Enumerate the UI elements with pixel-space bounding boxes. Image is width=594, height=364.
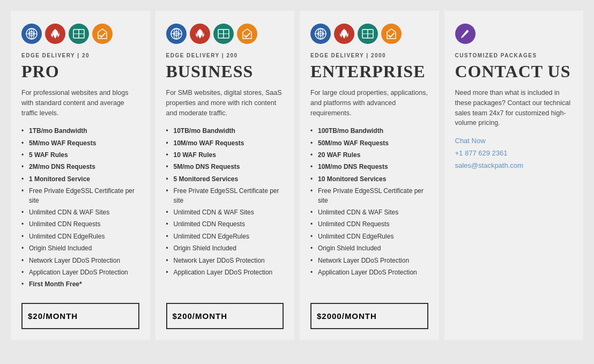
edge-label: EDGE DELIVERY | 200 bbox=[166, 53, 284, 58]
feature-item: 5 Monitored Services bbox=[166, 175, 284, 184]
plan-name: ENTERPRISE bbox=[310, 62, 428, 81]
feature-item: 5M/mo WAF Requests bbox=[21, 139, 139, 148]
feature-item: 10 Monitored Services bbox=[310, 175, 428, 184]
card-icons bbox=[21, 24, 139, 44]
contact-description: Need more than what is included in these… bbox=[455, 88, 573, 128]
blue-icon bbox=[310, 24, 331, 44]
feature-item: Unlimited CDN Requests bbox=[21, 220, 139, 229]
edge-label: EDGE DELIVERY | 20 bbox=[21, 53, 139, 58]
feature-item: 1 Monitored Service bbox=[21, 175, 139, 184]
feature-item: 2M/mo DNS Requests bbox=[21, 162, 139, 172]
feature-item: Unlimited CDN EdgeRules bbox=[21, 232, 139, 241]
card-icons bbox=[455, 24, 573, 44]
contact-info: Need more than what is included in these… bbox=[455, 88, 573, 318]
orange-icon bbox=[237, 24, 257, 44]
feature-item: Network Layer DDoS Protection bbox=[310, 256, 428, 265]
edge-label: EDGE DELIVERY | 2000 bbox=[310, 53, 428, 58]
card-contact: CUSTOMIZED PACKAGESCONTACT US Need more … bbox=[444, 11, 584, 340]
price-button[interactable]: $20/MONTH bbox=[21, 303, 139, 329]
feature-item: Application Layer DDoS Protection bbox=[310, 268, 428, 277]
orange-icon bbox=[92, 24, 113, 44]
email-link[interactable]: sales@stackpath.com bbox=[455, 161, 573, 169]
plan-name: PRO bbox=[21, 62, 139, 81]
blue-icon bbox=[166, 24, 187, 44]
card-icons bbox=[166, 24, 284, 44]
feature-item: 1TB/mo Bandwidth bbox=[21, 127, 139, 136]
plan-description: For large cloud properties, applications… bbox=[310, 88, 428, 118]
card-business: EDGE DELIVERY | 200BUSINESSFor SMB websi… bbox=[155, 11, 295, 340]
plan-name: CONTACT US bbox=[455, 62, 573, 81]
chat-now-link[interactable]: Chat Now bbox=[455, 137, 573, 145]
feature-item: 5M/mo DNS Requests bbox=[166, 162, 284, 172]
feature-item: Network Layer DDoS Protection bbox=[166, 256, 284, 265]
feature-item: Origin Shield Included bbox=[166, 244, 284, 253]
feature-item: Free Private EdgeSSL Certificate per sit… bbox=[310, 187, 428, 205]
phone-link[interactable]: +1 877 629 2361 bbox=[455, 149, 573, 157]
feature-item: 10 WAF Rules bbox=[166, 151, 284, 160]
plan-name: BUSINESS bbox=[166, 62, 284, 81]
orange-icon bbox=[381, 24, 402, 44]
teal-icon bbox=[358, 24, 378, 44]
price-button[interactable]: $2000/MONTH bbox=[310, 303, 428, 329]
features-list: 1TB/mo Bandwidth5M/mo WAF Requests5 WAF … bbox=[21, 127, 139, 292]
feature-item: Network Layer DDoS Protection bbox=[21, 256, 139, 265]
feature-item: Unlimited CDN & WAF Sites bbox=[310, 208, 428, 217]
feature-item: 20 WAF Rules bbox=[310, 151, 428, 160]
teal-icon bbox=[69, 24, 89, 44]
feature-item: Unlimited CDN & WAF Sites bbox=[21, 208, 139, 217]
card-enterprise: EDGE DELIVERY | 2000ENTERPRISEFor large … bbox=[300, 11, 439, 340]
feature-item: 5 WAF Rules bbox=[21, 151, 139, 160]
feature-item: Application Layer DDoS Protection bbox=[166, 268, 284, 277]
plan-description: For SMB websites, digital stores, SaaS p… bbox=[166, 88, 284, 118]
feature-item: Origin Shield Included bbox=[21, 244, 139, 253]
price-button[interactable]: $200/MONTH bbox=[166, 303, 284, 329]
feature-item: Origin Shield Included bbox=[310, 244, 428, 253]
red-icon bbox=[45, 24, 65, 44]
edge-label: CUSTOMIZED PACKAGES bbox=[455, 53, 573, 58]
card-pro: EDGE DELIVERY | 20PROFor professional we… bbox=[11, 11, 150, 340]
feature-item: Unlimited CDN & WAF Sites bbox=[166, 208, 284, 217]
feature-item: Unlimited CDN EdgeRules bbox=[310, 232, 428, 241]
feature-item: 100TB/mo Bandwidth bbox=[310, 127, 428, 136]
feature-item: Unlimited CDN EdgeRules bbox=[166, 232, 284, 241]
feature-item: Unlimited CDN Requests bbox=[166, 220, 284, 229]
feature-item: Free Private EdgeSSL Certificate per sit… bbox=[21, 187, 139, 205]
blue-icon bbox=[21, 24, 42, 44]
plan-description: For professional websites and blogs with… bbox=[21, 88, 139, 118]
features-list: 100TB/mo Bandwidth50M/mo WAF Requests20 … bbox=[310, 127, 428, 292]
feature-item: Application Layer DDoS Protection bbox=[21, 268, 139, 277]
feature-item: 10TB/mo Bandwidth bbox=[166, 127, 284, 136]
feature-item: 10M/mo DNS Requests bbox=[310, 162, 428, 172]
card-icons bbox=[310, 24, 428, 44]
features-list: 10TB/mo Bandwidth10M/mo WAF Requests10 W… bbox=[166, 127, 284, 292]
feature-item: First Month Free* bbox=[21, 280, 139, 289]
pricing-grid: EDGE DELIVERY | 20PROFor professional we… bbox=[11, 11, 583, 340]
feature-item: 50M/mo WAF Requests bbox=[310, 139, 428, 148]
red-icon bbox=[190, 24, 210, 44]
feature-item: Free Private EdgeSSL Certificate per sit… bbox=[166, 187, 284, 205]
teal-icon bbox=[213, 24, 234, 44]
purple-icon bbox=[455, 24, 476, 44]
feature-item: 10M/mo WAF Requests bbox=[166, 139, 284, 148]
feature-item: Unlimited CDN Requests bbox=[310, 220, 428, 229]
red-icon bbox=[334, 24, 354, 44]
